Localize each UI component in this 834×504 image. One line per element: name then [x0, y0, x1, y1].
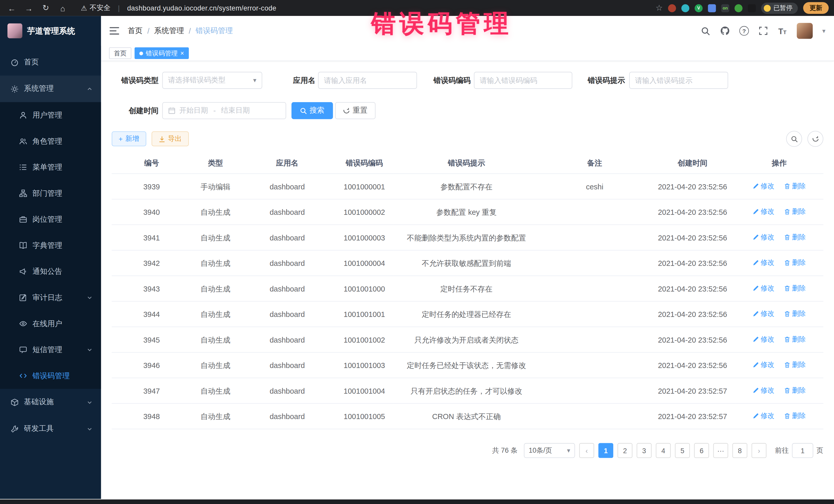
sidebar-item-menus[interactable]: 菜单管理: [0, 154, 101, 180]
sidebar-item-departments[interactable]: 部门管理: [0, 180, 101, 206]
sidebar-item-posts[interactable]: 岗位管理: [0, 206, 101, 233]
wrench-icon: [10, 425, 19, 433]
caret-down-icon[interactable]: ▾: [822, 27, 826, 35]
fullscreen-icon[interactable]: [759, 26, 768, 36]
error-code-input[interactable]: [474, 72, 572, 89]
refresh-table-button[interactable]: [807, 131, 823, 147]
breadcrumb-home[interactable]: 首页: [128, 26, 142, 36]
sidebar-item-infrastructure[interactable]: 基础设施: [0, 389, 101, 415]
cell-operations: 修改 删除: [735, 225, 823, 250]
delete-link[interactable]: 删除: [784, 181, 806, 192]
edit-link[interactable]: 修改: [753, 334, 774, 345]
sidebar-item-users[interactable]: 用户管理: [0, 102, 101, 128]
edit-link[interactable]: 修改: [753, 206, 774, 217]
paused-badge[interactable]: 已暂停: [761, 2, 798, 14]
export-button[interactable]: 导出: [151, 131, 189, 146]
edit-link[interactable]: 修改: [753, 411, 774, 421]
extension-icon[interactable]: [734, 4, 742, 12]
sidebar-item-dev-tools[interactable]: 研发工具: [0, 415, 101, 442]
trash-icon: [784, 336, 790, 343]
sidebar-item-dict[interactable]: 字典管理: [0, 233, 101, 259]
sidebar-item-home[interactable]: 首页: [0, 49, 101, 76]
page-button[interactable]: 4: [656, 443, 671, 458]
edit-link[interactable]: 修改: [753, 283, 774, 293]
tab-close-icon[interactable]: ×: [180, 50, 184, 57]
page-button[interactable]: 5: [675, 443, 690, 458]
sidebar-item-sms[interactable]: 短信管理: [0, 337, 101, 363]
tab-error-code[interactable]: 错误码管理 ×: [134, 47, 189, 59]
bookmark-star-icon[interactable]: ☆: [656, 3, 663, 13]
edit-link[interactable]: 修改: [753, 181, 774, 192]
edit-label: 修改: [761, 181, 774, 192]
extension-icon[interactable]: [681, 4, 689, 12]
search-icon: [300, 107, 307, 114]
reload-icon[interactable]: ↻: [39, 2, 52, 14]
back-icon[interactable]: ←: [5, 2, 18, 14]
security-indicator[interactable]: ⚠ 不安全: [81, 3, 110, 13]
next-page-button[interactable]: ›: [752, 443, 767, 458]
page-button[interactable]: 2: [617, 443, 632, 458]
cell-type: 手动编辑: [192, 174, 239, 199]
font-size-icon[interactable]: TT: [777, 26, 787, 36]
error-type-select[interactable]: 请选择错误码类型 ▾: [162, 72, 262, 89]
add-button[interactable]: + 新增: [112, 131, 146, 146]
sidebar-item-system[interactable]: 系统管理: [0, 75, 101, 102]
extension-icon[interactable]: [748, 4, 756, 12]
page-button[interactable]: 8: [732, 443, 747, 458]
delete-link[interactable]: 删除: [784, 206, 806, 217]
breadcrumb-system[interactable]: 系统管理: [154, 26, 184, 36]
address-url[interactable]: dashboard.yudao.iocoder.cn/system/error-…: [127, 4, 276, 12]
sidebar-item-notice[interactable]: 通知公告: [0, 258, 101, 285]
extension-icon[interactable]: [668, 4, 676, 12]
cell-code: 1001001001: [335, 301, 394, 327]
page-button[interactable]: 1: [598, 443, 613, 458]
gear-icon: [10, 85, 19, 93]
delete-link[interactable]: 删除: [784, 283, 806, 293]
delete-link[interactable]: 删除: [784, 257, 806, 268]
search-button[interactable]: 搜索: [291, 102, 333, 119]
cell-hint: 不能删除类型为系统内置的参数配置: [394, 225, 540, 250]
delete-link[interactable]: 删除: [784, 359, 806, 370]
browser-update-button[interactable]: 更新: [803, 2, 829, 14]
code-value: 1001001000: [344, 284, 385, 293]
app-name-input[interactable]: [318, 72, 417, 89]
page-size-select[interactable]: 10条/页 ▾: [524, 443, 575, 458]
edit-link[interactable]: 修改: [753, 385, 774, 396]
delete-link[interactable]: 删除: [784, 411, 806, 421]
help-icon[interactable]: ?: [739, 26, 749, 36]
delete-link[interactable]: 删除: [784, 385, 806, 396]
menu-fold-icon[interactable]: [110, 27, 119, 35]
edit-link[interactable]: 修改: [753, 359, 774, 370]
home-icon[interactable]: ⌂: [57, 2, 69, 14]
sidebar-item-online-users[interactable]: 在线用户: [0, 310, 101, 337]
search-icon[interactable]: [701, 26, 710, 36]
forward-icon[interactable]: →: [22, 2, 35, 14]
sidebar-item-audit-log[interactable]: 审计日志: [0, 285, 101, 311]
delete-link[interactable]: 删除: [784, 232, 806, 242]
extension-icon[interactable]: [708, 4, 716, 12]
date-range-picker[interactable]: 开始日期 - 结束日期: [162, 102, 286, 119]
page-button[interactable]: 6: [694, 443, 709, 458]
reset-button[interactable]: 重置: [335, 102, 376, 119]
tab-home[interactable]: 首页: [109, 47, 131, 59]
page-button[interactable]: 3: [637, 443, 652, 458]
sidebar-item-label: 通知公告: [32, 267, 62, 276]
extension-icon[interactable]: V: [695, 4, 703, 12]
user-avatar[interactable]: [797, 23, 813, 39]
app-logo[interactable]: 芋道管理系统: [0, 16, 101, 46]
sidebar-item-error-code[interactable]: 错误码管理: [0, 363, 101, 389]
toggle-search-button[interactable]: [786, 131, 802, 147]
page-button[interactable]: ···: [713, 443, 728, 458]
edit-link[interactable]: 修改: [753, 257, 774, 268]
edit-link[interactable]: 修改: [753, 232, 774, 242]
github-icon[interactable]: [720, 26, 729, 36]
error-hint-input[interactable]: [629, 72, 728, 89]
sidebar-item-roles[interactable]: 角色管理: [0, 128, 101, 154]
prev-page-button[interactable]: ‹: [579, 443, 594, 458]
extension-icon[interactable]: on: [721, 4, 729, 12]
table-row: 3941 自动生成 dashboard 1001000003 不能删除类型为系统…: [112, 225, 823, 250]
goto-page-input[interactable]: [792, 443, 813, 458]
delete-link[interactable]: 删除: [784, 308, 806, 319]
delete-link[interactable]: 删除: [784, 334, 806, 345]
edit-link[interactable]: 修改: [753, 308, 774, 319]
